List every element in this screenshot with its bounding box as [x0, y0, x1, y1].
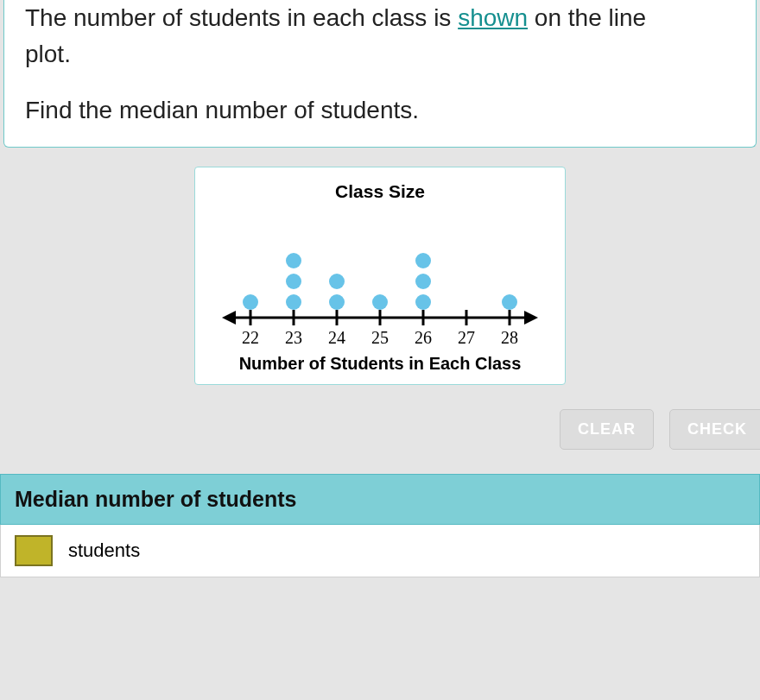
dotplot-svg: 22232425262728 [212, 212, 548, 350]
plot-box: Class Size 22232425262728 Number of Stud… [194, 167, 566, 385]
svg-point-17 [372, 294, 388, 310]
svg-text:23: 23 [285, 328, 302, 347]
answer-header: Median number of students [0, 474, 760, 525]
plot-container: Class Size 22232425262728 Number of Stud… [0, 167, 760, 385]
answer-row: students [0, 525, 760, 577]
button-row: CLEAR CHECK [0, 385, 760, 474]
svg-marker-2 [524, 311, 538, 325]
plot-title: Class Size [211, 181, 549, 202]
svg-point-14 [329, 274, 345, 289]
svg-point-8 [286, 294, 301, 310]
answer-unit: students [68, 539, 140, 562]
svg-point-13 [329, 294, 345, 310]
question-text: The number of students in each class is … [25, 0, 735, 73]
question-line1-prefix: The number of students in each class is [25, 4, 458, 31]
svg-point-27 [502, 294, 517, 310]
answer-input-swatch[interactable] [15, 535, 53, 566]
svg-text:22: 22 [242, 328, 259, 347]
question-line1-suffix: on the line [528, 4, 646, 31]
svg-point-10 [286, 253, 301, 268]
question-line2: plot. [25, 41, 71, 67]
svg-point-5 [243, 294, 258, 310]
svg-point-9 [286, 274, 301, 289]
svg-text:27: 27 [458, 328, 475, 347]
svg-marker-1 [222, 311, 236, 325]
svg-point-20 [415, 294, 431, 310]
svg-text:28: 28 [501, 328, 518, 347]
svg-text:25: 25 [371, 328, 389, 347]
svg-text:24: 24 [328, 328, 345, 347]
svg-point-22 [415, 253, 431, 268]
shown-link[interactable]: shown [458, 4, 528, 31]
question-card: The number of students in each class is … [3, 0, 757, 148]
svg-text:26: 26 [415, 328, 432, 347]
question-prompt: Find the median number of students. [25, 97, 735, 124]
check-button[interactable]: CHECK [669, 409, 760, 450]
svg-point-21 [415, 274, 431, 289]
clear-button[interactable]: CLEAR [560, 409, 654, 450]
plot-xlabel: Number of Students in Each Class [211, 354, 549, 374]
